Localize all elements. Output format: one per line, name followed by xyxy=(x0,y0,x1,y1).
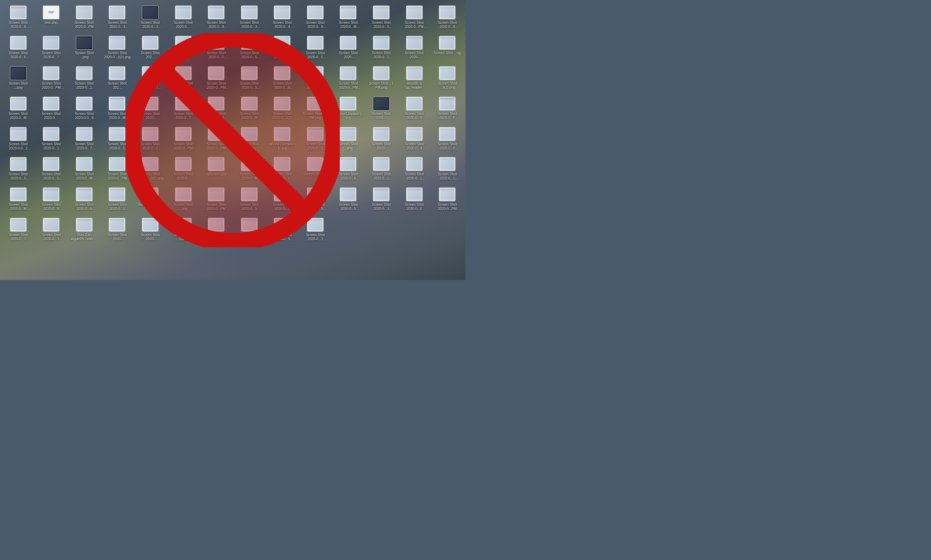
desktop-icon-36[interactable]: Screen Shot 2020-0...M (2).png xyxy=(266,64,299,95)
desktop-icon-27[interactable]: Screen Shot ...ng xyxy=(431,34,464,64)
desktop-icon-52[interactable]: iphone11splash.jp g xyxy=(332,95,365,125)
desktop-icon-65[interactable]: Screen Shot 2020-0...5 PM.png xyxy=(299,125,332,155)
desktop-icon-46[interactable]: Screen Shot 2020-05...1(2).png xyxy=(134,95,167,125)
desktop-icon-76[interactable]: iphonexr.jpg xyxy=(200,155,233,185)
desktop-icon-22[interactable]: Screen Shot 2020-0...3 PM.png xyxy=(266,34,299,64)
desktop-icon-23[interactable]: Screen Shot 2020-0...5 PM.png xyxy=(299,34,332,64)
desktop-icon-15[interactable]: Screen Shot 2020-0...7 xyxy=(35,34,68,64)
desktop-icon-67[interactable]: Screen Shot 2020- xyxy=(365,125,398,155)
desktop-icon-101[interactable]: Screen Shot 2020-05...1(2).png xyxy=(101,216,134,246)
desktop-icon-84[interactable]: Screen Shot 2020-0...M (2).png xyxy=(2,185,35,216)
desktop-icon-53[interactable]: Screen Shot 2020-... xyxy=(365,95,398,125)
desktop-icon-37[interactable]: Screen Shot 2020-0...M (2).png xyxy=(299,64,332,95)
desktop-icon-58[interactable]: Screen Shot 2020-0...7 PM.png xyxy=(68,125,101,155)
desktop-icon-85[interactable]: Screen Shot 2020-0...9 PM.png xyxy=(35,185,68,216)
desktop-icon-7[interactable]: Screen Shot 2020-0...3 PM.png xyxy=(233,3,266,34)
desktop-icon-86[interactable]: Screen Shot 2020-0...6 AM.png xyxy=(68,185,101,216)
desktop-icon-29[interactable]: Screen Shot 2020-0...PM 3.png xyxy=(35,64,68,95)
desktop-icon-74[interactable]: Screen Shot 2020-0...3(2).png xyxy=(134,155,167,185)
desktop-icon-30[interactable]: Screen Shot 2020-0...1 PM.png xyxy=(68,64,101,95)
desktop-icon-95[interactable]: Screen Shot 2020-0...3 PM.png xyxy=(365,185,398,216)
desktop-icon-64[interactable]: iphone11prolineup. jpg xyxy=(266,125,299,155)
desktop-icon-12[interactable]: Screen Shot 2020-0...PM 1.png xyxy=(398,3,431,34)
desktop-icon-39[interactable]: Screen Shot ...1 PM.png xyxy=(365,64,398,95)
desktop-icon-44[interactable]: Screen Shot 2020-0-0...9 PM.png xyxy=(68,95,101,125)
desktop-icon-32[interactable]: Screen Shot 2020-0...7 PM.png xyxy=(134,64,167,95)
desktop-icon-18[interactable]: Screen Shot 202... xyxy=(134,34,167,64)
desktop-icon-106[interactable]: Screen Shot 2020-0...5 PM.png xyxy=(266,216,299,246)
desktop-icon-82[interactable]: Screen Shot 2020-0...1 PM.png xyxy=(398,155,431,185)
desktop-icon-55[interactable]: Screen Shot 2020-0...P xyxy=(431,95,464,125)
desktop-icon-2[interactable]: Screen Shot 2020-0...PM 1.png xyxy=(68,3,101,34)
desktop-icon-59[interactable]: Screen Shot 2020-0...5 PM.png xyxy=(101,125,134,155)
desktop-icon-48[interactable]: Screen Shot 2020-0...9 PM.png xyxy=(200,95,233,125)
desktop-icon-19[interactable]: Screen Shot ...9 PM.png xyxy=(167,34,200,64)
desktop-icon-102[interactable]: Screen Shot 2020-05...1(2).png xyxy=(134,216,167,246)
desktop-icon-43[interactable]: Screen Shot 2020-0.... xyxy=(35,95,68,125)
desktop-icon-56[interactable]: Screen Shot 2020-0-0...2 PM.png xyxy=(2,125,35,155)
desktop-icon-71[interactable]: Screen Shot 2020-0...5 PM.png xyxy=(35,155,68,185)
desktop-icon-90[interactable]: Screen Shot 2020-0...PM 1.png xyxy=(200,185,233,216)
desktop-icon-50[interactable]: Screen Shot 2020-0...2(2). xyxy=(266,95,299,125)
desktop-icon-107[interactable]: Screen Shot 2020-0...3 PM.png xyxy=(299,216,332,246)
desktop-icon-6[interactable]: Screen Shot 2020-0...9 PM.png xyxy=(200,3,233,34)
desktop-icon-68[interactable]: Screen Shot 2020-0...4 PM.png xyxy=(398,125,431,155)
desktop-icon-47[interactable]: Screen Shot 2020-0...7 PM.png xyxy=(167,95,200,125)
desktop-icon-16[interactable]: Screen Shot ...png xyxy=(68,34,101,64)
desktop-icon-45[interactable]: Screen Shot 2020-0...M (2).png xyxy=(101,95,134,125)
desktop-icon-60[interactable]: Screen Shot 2020-0...0 PM.png xyxy=(134,125,167,155)
desktop-icon-62[interactable]: Screen Shot 2020-0...PM 3.png xyxy=(200,125,233,155)
desktop-icon-11[interactable]: Screen Shot 2020-0...5 PM.png xyxy=(365,3,398,34)
desktop-icon-40[interactable]: airpods_p up_header. xyxy=(398,64,431,95)
desktop-icon-38[interactable]: Screen Shot 2020-0...PM 2.png xyxy=(332,64,365,95)
desktop-icon-10[interactable]: Screen Shot 2020-0...M (2).png xyxy=(332,3,365,34)
desktop-icon-5[interactable]: Screen Shot 2020-0.... xyxy=(167,3,200,34)
desktop-icon-96[interactable]: Screen Shot 2020-0...0 PM.png xyxy=(398,185,431,216)
desktop-icon-34[interactable]: Screen Shot 2020-0...PM 1.png xyxy=(200,64,233,95)
desktop-icon-17[interactable]: Screen Shot 2020-0...2(2).png xyxy=(101,34,134,64)
desktop-icon-20[interactable]: Screen Shot 2020-0...0 PM.png xyxy=(200,34,233,64)
desktop-icon-105[interactable]: Screen Shot 2020-0...8 PM.png xyxy=(233,216,266,246)
desktop-icon-4[interactable]: Screen Shot 2020-0...3 PM.png xyxy=(134,3,167,34)
desktop-icon-51[interactable]: Screen Shot ...5 PM.png xyxy=(299,95,332,125)
desktop-icon-91[interactable]: Screen Shot 2020-0...5 PM.png xyxy=(233,185,266,216)
desktop-icon-63[interactable]: Screen Shot ...2).png xyxy=(233,125,266,155)
desktop-icon-13[interactable]: Screen Shot 2020-0...8 AM.png xyxy=(431,3,464,34)
desktop-icon-70[interactable]: Screen Shot 2020-0...5 PM.png xyxy=(2,155,35,185)
desktop-icon-28[interactable]: Screen Shot ...png xyxy=(2,64,35,95)
desktop-icon-80[interactable]: Screen Shot 2020-0...6 PM.png xyxy=(332,155,365,185)
desktop-icon-25[interactable]: Screen Shot 2020-0...1 PM.png xyxy=(365,34,398,64)
desktop-icon-41[interactable]: Screen Shot ...3(2).png xyxy=(431,64,464,95)
desktop-icon-75[interactable]: Screen Shot 2020-0... xyxy=(167,155,200,185)
desktop-icon-61[interactable]: Screen Shot 2020-0...PM 1.png xyxy=(167,125,200,155)
desktop-icon-21[interactable]: Screen Shot 2020-0...6 PM.png xyxy=(233,34,266,64)
desktop-icon-26[interactable]: Screen Shot 2020-05...1(2).png xyxy=(398,34,431,64)
desktop-icon-35[interactable]: Screen Shot 2020-0...5 PM.png xyxy=(233,64,266,95)
desktop-icon-81[interactable]: Screen Shot 2020-0...1 PM.png xyxy=(365,155,398,185)
desktop-icon-66[interactable]: Screen Shot ...png xyxy=(332,125,365,155)
desktop-icon-49[interactable]: Screen Shot 2020-0...M (2).png xyxy=(233,95,266,125)
desktop-icon-100[interactable]: Over-Ear- ApplePh...edb.png xyxy=(68,216,101,246)
desktop-icon-88[interactable]: Screen Shot p... xyxy=(134,185,167,216)
desktop-icon-89[interactable]: Screen Shot ...png xyxy=(167,185,200,216)
desktop-icon-98[interactable]: Screen Shot 2020-0...2 AM.png xyxy=(2,216,35,246)
desktop-icon-42[interactable]: Screen Shot 2020-0...M (2).png xyxy=(2,95,35,125)
desktop-icon-94[interactable]: Screen Shot 2020-0...5 PM.png xyxy=(332,185,365,216)
desktop-icon-78[interactable]: Screen Shot 2020-0...0 xyxy=(266,155,299,185)
desktop-icon-0[interactable]: Screen Shot 2020-0...8 PM.png xyxy=(2,3,35,34)
desktop-icon-103[interactable]: Screen Shot 2020-05...1(2).png xyxy=(167,216,200,246)
desktop-icon-72[interactable]: Screen Shot 2020-0...M (2).png xyxy=(68,155,101,185)
desktop-icon-104[interactable]: Screen Shot 2020-0...2 PM.png xyxy=(200,216,233,246)
desktop-icon-3[interactable]: Screen Shot 2020-0...3 PM.png xyxy=(101,3,134,34)
desktop-icon-9[interactable]: Screen Shot 2020-0...9 PM.png xyxy=(299,3,332,34)
desktop-icon-57[interactable]: Screen Shot 2020-0...1 PM.png xyxy=(35,125,68,155)
desktop-icon-73[interactable]: Screen Shot 2020-0...PM 1.png xyxy=(101,155,134,185)
desktop-icon-24[interactable]: Screen Shot 2020-06...1(2).png xyxy=(332,34,365,64)
desktop-icon-31[interactable]: Screen Shot 202... xyxy=(101,64,134,95)
desktop-icon-33[interactable]: Screen Shot 2020-0...7 PM.png xyxy=(167,64,200,95)
desktop-icon-99[interactable]: Screen Shot 2020-0...3 PM.png xyxy=(35,216,68,246)
desktop-icon-93[interactable]: Screen Shot 2020-0...5 PM.png xyxy=(299,185,332,216)
desktop-icon-79[interactable]: Screen Shot ...t xyxy=(299,155,332,185)
desktop-icon-87[interactable]: Screen Shot 2020-0...1 PM.png xyxy=(101,185,134,216)
desktop-icon-77[interactable]: Screen Shot 2020-0...M (2).png xyxy=(233,155,266,185)
